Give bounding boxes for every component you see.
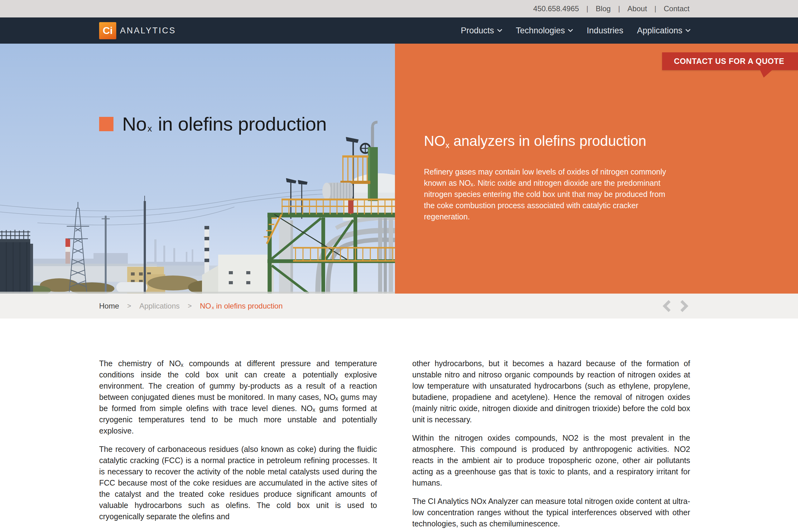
paragraph: Within the nitrogen oxides compounds, NO…: [413, 432, 690, 488]
breadcrumb-separator: >: [188, 302, 192, 310]
paragraph: The CI Analytics NOx Analyzer can measur…: [413, 496, 690, 529]
title-square-icon: [99, 117, 113, 131]
nav-item-label: Applications: [637, 26, 682, 36]
breadcrumb: Home > Applications > NOx in olefins pro…: [0, 293, 798, 319]
paragraph: The chemistry of NOₓ compounds at differ…: [99, 358, 377, 436]
page-title-text: Nox in olefins production: [122, 113, 327, 135]
nav-item-label: Technologies: [516, 26, 565, 36]
topbar-link-contact[interactable]: Contact: [664, 4, 689, 13]
nav-item-industries[interactable]: Industries: [587, 26, 623, 36]
article-column-right: other hydrocarbons, but it becomes a haz…: [413, 358, 690, 532]
page-title: Nox in olefins production: [99, 113, 327, 135]
topbar-link-blog[interactable]: Blog: [596, 4, 611, 13]
nav-item-technologies[interactable]: Technologies: [516, 26, 573, 36]
topbar-separator: |: [618, 5, 620, 13]
panel-body: Refinery gases may contain low levels of…: [424, 166, 677, 222]
breadcrumb-separator: >: [127, 302, 131, 310]
topbar-separator: |: [654, 5, 657, 13]
chevron-left-icon carousel-prev-button[interactable]: [663, 300, 671, 312]
carousel-arrows: [663, 293, 688, 319]
topbar-link-about[interactable]: About: [627, 4, 647, 13]
breadcrumb-home[interactable]: Home: [99, 302, 119, 310]
nav-item-label: Products: [461, 26, 494, 36]
main-nav: Ci ANALYTICS Products Technologies Indus…: [0, 17, 798, 44]
hero-panel: NOx analyzers in olefins production Refi…: [395, 44, 798, 293]
chevron-right-icon carousel-next-button[interactable]: [680, 300, 688, 312]
topbar: 450.658.4965 | Blog | About | Contact: [0, 0, 798, 17]
nav-item-applications[interactable]: Applications: [637, 26, 690, 36]
hero-photo: Nox in olefins production: [0, 44, 395, 293]
paragraph: The recovery of carbonaceous residues (a…: [99, 443, 377, 522]
hero-section: Nox in olefins production NOx analyzers …: [0, 44, 798, 293]
nav-item-label: Industries: [587, 26, 623, 36]
industrial-plant-photo: [0, 44, 395, 293]
topbar-separator: |: [586, 5, 588, 13]
chevron-down-icon: [685, 29, 690, 32]
chevron-down-icon: [568, 29, 573, 32]
article-body: The chemistry of NOₓ compounds at differ…: [0, 319, 798, 532]
nav-menu: Products Technologies Industries Applica…: [461, 26, 690, 36]
chevron-down-icon: [497, 29, 502, 32]
ci-logo-text: Ci: [103, 25, 113, 36]
brand-name: ANALYTICS: [120, 26, 176, 36]
breadcrumb-applications[interactable]: Applications: [139, 302, 179, 310]
quote-ribbon-button[interactable]: CONTACT US FOR A QUOTE: [662, 52, 798, 70]
article-column-left: The chemistry of NOₓ compounds at differ…: [99, 358, 377, 532]
phone-number: 450.658.4965: [533, 4, 579, 13]
ci-logo-icon: Ci: [99, 22, 116, 39]
breadcrumb-current: NOx in olefins production: [200, 302, 283, 310]
panel-heading: NOx analyzers in olefins production: [424, 132, 798, 150]
paragraph: other hydrocarbons, but it becomes a haz…: [413, 358, 690, 425]
quote-ribbon-label: CONTACT US FOR A QUOTE: [674, 57, 784, 66]
nav-item-products[interactable]: Products: [461, 26, 502, 36]
page: 450.658.4965 | Blog | About | Contact Ci…: [0, 0, 798, 532]
brand-logo[interactable]: Ci ANALYTICS: [99, 22, 176, 39]
